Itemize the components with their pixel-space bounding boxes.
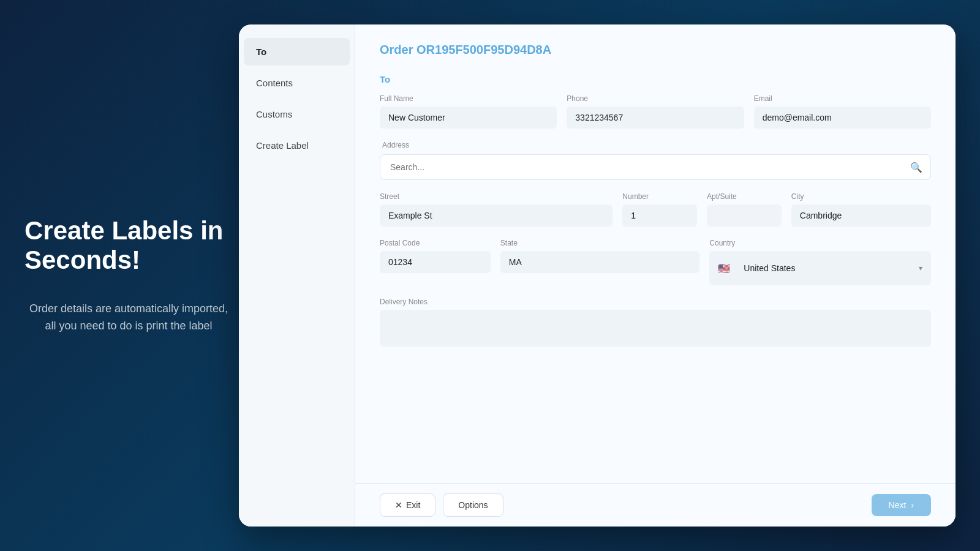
sidebar-item-to[interactable]: To [244, 38, 350, 66]
email-group: Email [754, 94, 931, 129]
number-group: Number [622, 192, 697, 227]
modal-footer: ✕ Exit Options Next › [355, 483, 956, 527]
times-icon: ✕ [395, 500, 402, 510]
street-label: Street [380, 192, 612, 201]
city-label: City [791, 192, 931, 201]
street-group: Street [380, 192, 612, 227]
postal-code-input[interactable] [380, 251, 491, 273]
hero-heading: Create Labels in Seconds! [24, 216, 233, 276]
postal-row: Postal Code State Country 🇺🇸 United Stat… [380, 239, 931, 285]
exit-button[interactable]: ✕ Exit [380, 493, 435, 517]
hero-subtext: Order details are automatically imported… [24, 300, 233, 335]
search-icon: 🔍 [910, 162, 922, 173]
next-button[interactable]: Next › [872, 494, 931, 516]
apt-suite-input[interactable] [707, 204, 782, 227]
phone-input[interactable] [567, 107, 744, 129]
delivery-notes-group: Delivery Notes [380, 298, 931, 347]
state-label: State [500, 239, 700, 247]
full-name-group: Full Name [380, 94, 557, 129]
options-button[interactable]: Options [443, 493, 503, 517]
chevron-down-icon: ▾ [919, 264, 922, 272]
postal-code-label: Postal Code [380, 239, 491, 247]
order-title: Order OR195F500F95D94D8A [380, 43, 931, 57]
state-group: State [500, 239, 700, 285]
sidebar-item-customs[interactable]: Customs [244, 100, 350, 128]
city-group: City [791, 192, 931, 227]
phone-group: Phone [567, 94, 744, 129]
street-input[interactable] [380, 204, 612, 227]
delivery-notes-label: Delivery Notes [380, 298, 931, 306]
state-input[interactable] [500, 251, 700, 273]
postal-code-group: Postal Code [380, 239, 491, 285]
chevron-right-icon: › [911, 500, 914, 510]
address-section-label: Address [380, 141, 931, 149]
section-to-label: To [380, 74, 931, 84]
country-label: Country [709, 239, 931, 247]
exit-label: Exit [406, 500, 420, 510]
apt-suite-label: Apt/Suite [707, 192, 782, 201]
sidebar-item-create-label[interactable]: Create Label [244, 132, 350, 159]
email-label: Email [754, 94, 931, 103]
phone-label: Phone [567, 94, 744, 103]
main-content: Order OR195F500F95D94D8A To Full Name Ph… [355, 24, 956, 527]
country-group: Country 🇺🇸 United States ▾ [709, 239, 931, 285]
full-name-label: Full Name [380, 94, 557, 103]
street-row: Street Number Apt/Suite City [380, 192, 931, 227]
next-label: Next [889, 500, 907, 510]
address-search-container: 🔍 [380, 154, 931, 180]
number-label: Number [622, 192, 697, 201]
city-input[interactable] [791, 204, 931, 227]
email-input[interactable] [754, 107, 931, 129]
modal: To Contents Customs Create Label Order O… [239, 24, 956, 527]
sidebar-item-contents[interactable]: Contents [244, 69, 350, 97]
address-search-input[interactable] [380, 154, 931, 180]
country-select-wrapper[interactable]: 🇺🇸 United States ▾ [709, 251, 931, 285]
number-input[interactable] [622, 204, 697, 227]
left-panel: Create Labels in Seconds! Order details … [24, 216, 233, 335]
apt-suite-group: Apt/Suite [707, 192, 782, 227]
full-name-input[interactable] [380, 107, 557, 129]
contact-info-row: Full Name Phone Email [380, 94, 931, 129]
options-label: Options [458, 500, 488, 510]
sidebar: To Contents Customs Create Label [239, 24, 355, 527]
country-select[interactable]: United States [735, 257, 914, 279]
country-flag: 🇺🇸 [718, 263, 730, 274]
delivery-notes-input[interactable] [380, 310, 931, 347]
